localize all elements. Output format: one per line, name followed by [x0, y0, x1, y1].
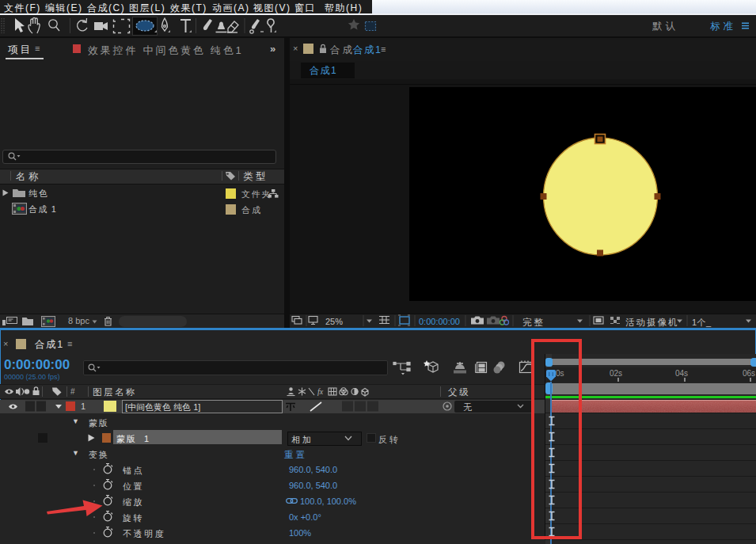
- svg-text:fx: fx: [317, 387, 324, 396]
